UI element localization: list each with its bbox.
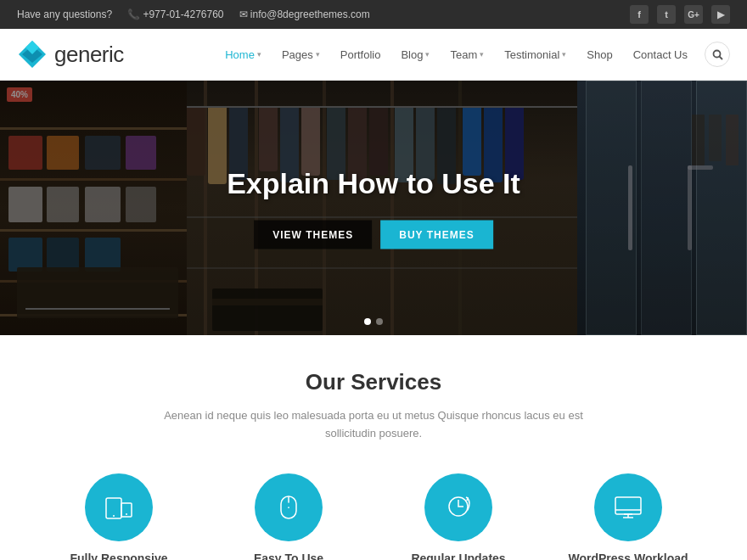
googleplus-icon[interactable]: G+ xyxy=(684,5,703,24)
hero-buttons: VIEW THEMES BUY THEMES xyxy=(227,221,520,249)
topbar-social: f t G+ ▶ xyxy=(630,5,730,24)
hero-content: Explain How to Use It VIEW THEMES BUY TH… xyxy=(227,167,520,249)
buy-themes-button[interactable]: BUY THEMES xyxy=(380,221,492,249)
phone-icon: 📞 xyxy=(127,8,140,20)
hero-dot-1[interactable] xyxy=(364,318,371,325)
svg-point-3 xyxy=(713,50,720,57)
topbar-email: ✉ info@8degreethemes.com xyxy=(239,8,370,20)
monitor-icon xyxy=(612,491,644,524)
hero-dots xyxy=(364,318,383,325)
responsive-icon-circle xyxy=(85,473,153,541)
chevron-down-icon: ▾ xyxy=(316,50,320,59)
services-description: Aenean id neque quis leo malesuada porta… xyxy=(153,407,594,443)
nav-shop[interactable]: Shop xyxy=(578,43,621,66)
topbar-question: Have any questions? xyxy=(17,8,112,20)
service-label-responsive: Fully Responsive xyxy=(70,552,167,560)
topbar: Have any questions? 📞 +977-01-4276760 ✉ … xyxy=(0,0,747,29)
hero-section: 40% xyxy=(0,81,747,335)
responsive-icon xyxy=(103,491,135,524)
service-easy-use: Easy To Use xyxy=(221,473,357,560)
logo: generic xyxy=(17,39,124,70)
topbar-phone: 📞 +977-01-4276760 xyxy=(127,8,223,20)
service-wordpress: WordPress Workload xyxy=(560,473,696,560)
logo-text: generic xyxy=(54,42,124,68)
mouse-icon xyxy=(272,491,305,524)
updates-icon-circle xyxy=(424,473,492,541)
nav-team[interactable]: Team ▾ xyxy=(441,43,492,66)
hero-title: Explain How to Use It xyxy=(227,167,520,200)
wordpress-icon-circle xyxy=(594,473,662,541)
chevron-down-icon: ▾ xyxy=(257,50,261,59)
nav-contact[interactable]: Contact Us xyxy=(625,43,696,66)
svg-rect-13 xyxy=(615,497,641,514)
service-label-updates: Regular Updates xyxy=(411,552,505,560)
twitter-icon[interactable]: t xyxy=(657,5,676,24)
nav-blog[interactable]: Blog ▾ xyxy=(392,43,438,66)
topbar-left: Have any questions? 📞 +977-01-4276760 ✉ … xyxy=(17,8,370,20)
facebook-icon[interactable]: f xyxy=(630,5,649,24)
svg-line-4 xyxy=(719,56,722,59)
youtube-icon[interactable]: ▶ xyxy=(711,5,730,24)
nav-home[interactable]: Home ▾ xyxy=(216,43,270,66)
main-nav: Home ▾ Pages ▾ Portfolio Blog ▾ Team ▾ T… xyxy=(216,42,730,67)
clock-update-icon xyxy=(442,491,475,524)
svg-point-11 xyxy=(287,502,291,507)
email-icon: ✉ xyxy=(239,8,248,20)
chevron-down-icon: ▾ xyxy=(425,50,430,59)
services-section: Our Services Aenean id neque quis leo ma… xyxy=(0,335,747,560)
search-button[interactable] xyxy=(705,42,730,67)
chevron-down-icon: ▾ xyxy=(562,50,566,59)
logo-icon xyxy=(17,39,48,70)
nav-portfolio[interactable]: Portfolio xyxy=(332,43,390,66)
view-themes-button[interactable]: VIEW THEMES xyxy=(254,221,372,249)
chevron-down-icon: ▾ xyxy=(480,50,484,59)
service-label-wordpress: WordPress Workload xyxy=(568,552,688,560)
nav-pages[interactable]: Pages ▾ xyxy=(273,43,329,66)
nav-testimonial[interactable]: Testimonial ▾ xyxy=(496,43,575,66)
services-title: Our Services xyxy=(17,369,730,395)
header: generic Home ▾ Pages ▾ Portfolio Blog ▾ … xyxy=(0,29,747,81)
services-grid: Fully Responsive Easy To Use xyxy=(17,473,730,560)
service-updates: Regular Updates xyxy=(390,473,526,560)
hero-dot-2[interactable] xyxy=(376,318,383,325)
easy-use-icon-circle xyxy=(255,473,323,541)
service-responsive: Fully Responsive xyxy=(51,473,187,560)
service-label-easy: Easy To Use xyxy=(254,552,323,560)
